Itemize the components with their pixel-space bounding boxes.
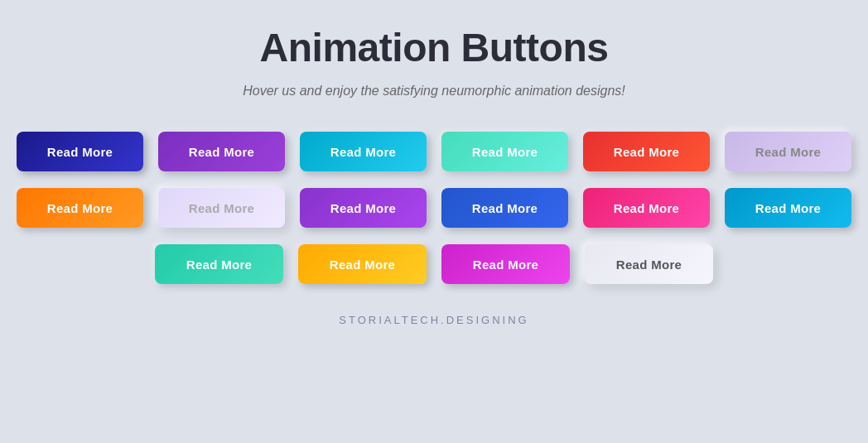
page-title: Animation Buttons	[260, 25, 609, 70]
buttons-row-3: Read More Read More Read More Read More	[17, 244, 851, 284]
read-more-button-12[interactable]: Read More	[725, 188, 851, 228]
read-more-button-3[interactable]: Read More	[300, 132, 427, 171]
buttons-row-2: Read More Read More Read More Read More …	[17, 188, 851, 228]
buttons-grid: Read More Read More Read More Read More …	[17, 132, 851, 284]
page-subtitle: Hover us and enjoy the satisfying neumor…	[243, 84, 625, 99]
read-more-button-10[interactable]: Read More	[441, 188, 568, 228]
read-more-button-16[interactable]: Read More	[585, 244, 713, 284]
footer-brand: STORIALTECH.DESIGNING	[339, 314, 528, 326]
read-more-button-4[interactable]: Read More	[441, 132, 568, 171]
read-more-button-7[interactable]: Read More	[17, 188, 143, 228]
read-more-button-1[interactable]: Read More	[17, 132, 143, 171]
read-more-button-8[interactable]: Read More	[158, 188, 285, 228]
read-more-button-14[interactable]: Read More	[298, 244, 427, 284]
read-more-button-15[interactable]: Read More	[441, 244, 570, 284]
read-more-button-13[interactable]: Read More	[155, 244, 283, 284]
read-more-button-5[interactable]: Read More	[583, 132, 710, 171]
read-more-button-9[interactable]: Read More	[300, 188, 427, 228]
read-more-button-2[interactable]: Read More	[158, 132, 285, 171]
buttons-row-1: Read More Read More Read More Read More …	[17, 132, 851, 171]
read-more-button-11[interactable]: Read More	[583, 188, 710, 228]
read-more-button-6[interactable]: Read More	[725, 132, 851, 171]
